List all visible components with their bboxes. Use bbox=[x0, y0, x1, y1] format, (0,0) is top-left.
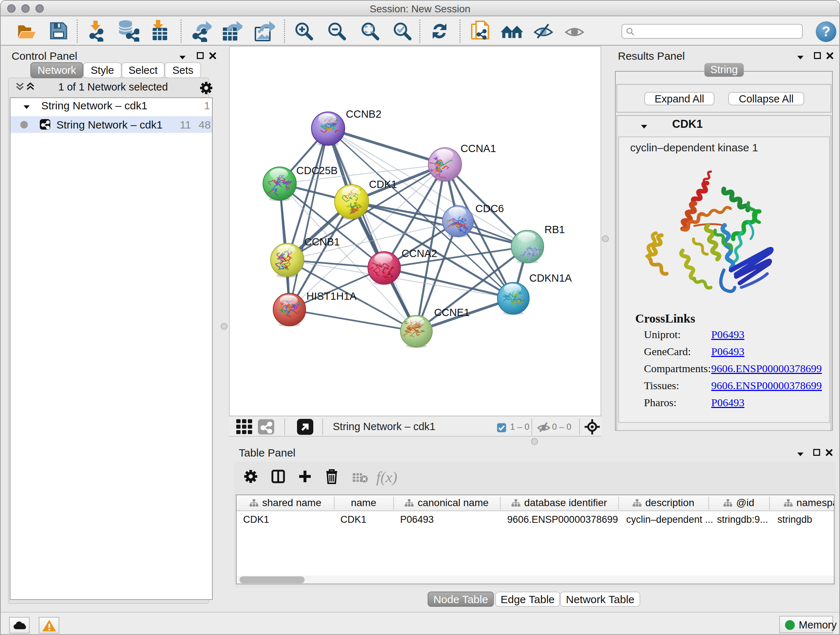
svg-text:CCNE1: CCNE1 bbox=[434, 307, 470, 318]
svg-text:CDC6: CDC6 bbox=[475, 203, 504, 214]
svg-text:CDC25B: CDC25B bbox=[296, 165, 338, 176]
svg-text:CCNB1: CCNB1 bbox=[304, 236, 340, 248]
svg-text:CCNB2: CCNB2 bbox=[346, 108, 381, 120]
svg-text:CCNA2: CCNA2 bbox=[401, 248, 437, 259]
svg-text:HIST1H1A: HIST1H1A bbox=[306, 290, 357, 302]
svg-text:RB1: RB1 bbox=[545, 224, 565, 235]
svg-text:CDKN1A: CDKN1A bbox=[529, 272, 572, 284]
svg-text:CCNA1: CCNA1 bbox=[461, 143, 496, 154]
svg-text:CDK1: CDK1 bbox=[369, 179, 397, 190]
